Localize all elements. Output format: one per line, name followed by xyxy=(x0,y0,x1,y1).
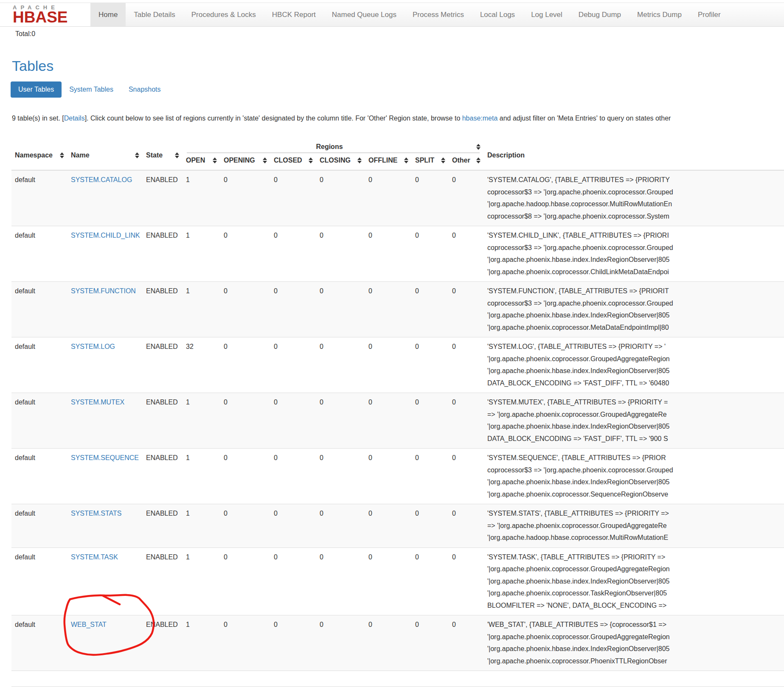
region-count-open[interactable]: 1 xyxy=(183,282,220,337)
region-count-closed[interactable]: 0 xyxy=(270,504,316,548)
nav-item-local-logs[interactable]: Local Logs xyxy=(472,3,523,26)
hbase-meta-link[interactable]: hbase:meta xyxy=(462,115,498,122)
region-count-split[interactable]: 0 xyxy=(412,337,449,393)
region-count-split[interactable]: 0 xyxy=(412,547,449,615)
table-name-link[interactable]: SYSTEM.MUTEX xyxy=(71,399,124,406)
col-header-split[interactable]: SPLIT xyxy=(412,153,449,170)
table-name-link[interactable]: SYSTEM.CATALOG xyxy=(71,176,132,183)
region-count-opening[interactable]: 0 xyxy=(220,170,270,226)
region-count-offline[interactable]: 0 xyxy=(365,226,412,282)
col-header-other[interactable]: Other xyxy=(449,153,484,170)
region-count-other[interactable]: 0 xyxy=(449,615,484,671)
region-count-other[interactable]: 0 xyxy=(449,337,484,393)
region-count-split[interactable]: 0 xyxy=(412,170,449,226)
region-count-offline[interactable]: 0 xyxy=(365,615,412,671)
sort-icon[interactable] xyxy=(60,152,64,158)
col-header-open[interactable]: OPEN xyxy=(183,153,220,170)
region-count-other[interactable]: 0 xyxy=(449,226,484,282)
sort-icon[interactable] xyxy=(357,157,362,163)
col-header-state[interactable]: State xyxy=(143,140,183,170)
table-name-link[interactable]: SYSTEM.LOG xyxy=(71,343,115,350)
region-count-split[interactable]: 0 xyxy=(412,226,449,282)
region-count-open[interactable]: 1 xyxy=(183,226,220,282)
region-count-closing[interactable]: 0 xyxy=(316,615,365,671)
col-header-name[interactable]: Name xyxy=(67,140,143,170)
region-count-closed[interactable]: 0 xyxy=(270,226,316,282)
region-count-offline[interactable]: 0 xyxy=(365,449,412,504)
col-header-offline[interactable]: OFFLINE xyxy=(365,153,412,170)
nav-item-profiler[interactable]: Profiler xyxy=(690,3,729,26)
tab-user-tables[interactable]: User Tables xyxy=(11,81,62,98)
region-count-closed[interactable]: 0 xyxy=(270,282,316,337)
sort-icon[interactable] xyxy=(175,152,179,158)
details-link[interactable]: Details xyxy=(64,115,85,122)
sort-icon[interactable] xyxy=(404,157,408,163)
nav-item-hbck-report[interactable]: HBCK Report xyxy=(264,3,324,26)
table-name-link[interactable]: SYSTEM.SEQUENCE xyxy=(71,454,139,461)
region-count-opening[interactable]: 0 xyxy=(220,393,270,449)
region-count-open[interactable]: 1 xyxy=(183,615,220,671)
region-count-closing[interactable]: 0 xyxy=(316,547,365,615)
region-count-other[interactable]: 0 xyxy=(449,393,484,449)
region-count-closing[interactable]: 0 xyxy=(316,226,365,282)
table-name-link[interactable]: SYSTEM.TASK xyxy=(71,553,118,561)
col-header-regions-group[interactable]: Regions xyxy=(183,140,484,153)
region-count-offline[interactable]: 0 xyxy=(365,282,412,337)
sort-icon[interactable] xyxy=(441,157,445,163)
region-count-closing[interactable]: 0 xyxy=(316,337,365,393)
region-count-closing[interactable]: 0 xyxy=(316,504,365,548)
region-count-offline[interactable]: 0 xyxy=(365,337,412,393)
region-count-open[interactable]: 1 xyxy=(183,547,220,615)
region-count-closing[interactable]: 0 xyxy=(316,449,365,504)
nav-item-process-metrics[interactable]: Process Metrics xyxy=(405,3,472,26)
region-count-open[interactable]: 1 xyxy=(183,393,220,449)
table-name-link[interactable]: SYSTEM.STATS xyxy=(71,510,121,517)
region-count-other[interactable]: 0 xyxy=(449,449,484,504)
region-count-offline[interactable]: 0 xyxy=(365,393,412,449)
region-count-split[interactable]: 0 xyxy=(412,615,449,671)
nav-item-metrics-dump[interactable]: Metrics Dump xyxy=(629,3,690,26)
region-count-open[interactable]: 1 xyxy=(183,170,220,226)
table-name-link[interactable]: SYSTEM.FUNCTION xyxy=(71,287,136,295)
sort-icon[interactable] xyxy=(263,157,267,163)
region-count-offline[interactable]: 0 xyxy=(365,504,412,548)
col-header-closing[interactable]: CLOSING xyxy=(316,153,365,170)
region-count-closed[interactable]: 0 xyxy=(270,547,316,615)
region-count-closed[interactable]: 0 xyxy=(270,393,316,449)
sort-icon[interactable] xyxy=(476,157,481,163)
hbase-logo[interactable]: APACHE HBASE xyxy=(0,3,90,26)
col-header-opening[interactable]: OPENING xyxy=(220,153,270,170)
sort-icon[interactable] xyxy=(213,157,217,163)
tab-system-tables[interactable]: System Tables xyxy=(62,81,121,98)
region-count-closed[interactable]: 0 xyxy=(270,449,316,504)
region-count-closing[interactable]: 0 xyxy=(316,170,365,226)
region-count-split[interactable]: 0 xyxy=(412,282,449,337)
region-count-closing[interactable]: 0 xyxy=(316,393,365,449)
tab-snapshots[interactable]: Snapshots xyxy=(121,81,169,98)
region-count-offline[interactable]: 0 xyxy=(365,170,412,226)
region-count-other[interactable]: 0 xyxy=(449,170,484,226)
region-count-other[interactable]: 0 xyxy=(449,547,484,615)
table-name-link[interactable]: WEB_STAT xyxy=(71,621,107,628)
sort-icon[interactable] xyxy=(476,144,481,150)
region-count-opening[interactable]: 0 xyxy=(220,337,270,393)
nav-item-debug-dump[interactable]: Debug Dump xyxy=(570,3,629,26)
region-count-open[interactable]: 32 xyxy=(183,337,220,393)
col-header-namespace[interactable]: Namespace xyxy=(11,140,67,170)
nav-item-table-details[interactable]: Table Details xyxy=(126,3,183,26)
nav-item-home[interactable]: Home xyxy=(90,3,126,26)
region-count-split[interactable]: 0 xyxy=(412,504,449,548)
sort-icon[interactable] xyxy=(309,157,313,163)
region-count-other[interactable]: 0 xyxy=(449,282,484,337)
region-count-split[interactable]: 0 xyxy=(412,393,449,449)
region-count-other[interactable]: 0 xyxy=(449,504,484,548)
region-count-opening[interactable]: 0 xyxy=(220,547,270,615)
region-count-open[interactable]: 1 xyxy=(183,449,220,504)
region-count-offline[interactable]: 0 xyxy=(365,547,412,615)
region-count-opening[interactable]: 0 xyxy=(220,504,270,548)
nav-item-log-level[interactable]: Log Level xyxy=(523,3,570,26)
nav-item-named-queue-logs[interactable]: Named Queue Logs xyxy=(324,3,405,26)
region-count-closed[interactable]: 0 xyxy=(270,337,316,393)
region-count-closed[interactable]: 0 xyxy=(270,170,316,226)
region-count-closed[interactable]: 0 xyxy=(270,615,316,671)
